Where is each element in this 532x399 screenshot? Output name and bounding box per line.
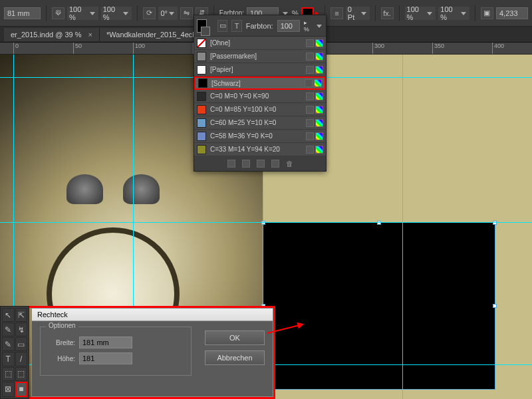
tool-button[interactable]: ⇱ <box>15 308 28 322</box>
ok-button[interactable]: OK <box>205 331 265 345</box>
swatch-meta-icon <box>306 39 314 47</box>
chevron-down-icon <box>168 9 176 17</box>
width-label: Breite: <box>47 339 75 346</box>
new-folder-icon[interactable] <box>271 160 279 168</box>
coord-input[interactable] <box>496 7 528 19</box>
swatch-chip <box>197 52 206 61</box>
trash-icon[interactable]: 🗑 <box>286 160 293 168</box>
swatch-row[interactable]: [Passermarken] <box>194 50 326 63</box>
swatch-label: C=0 M=0 Y=0 K=90 <box>210 92 302 100</box>
stroke-dropdown[interactable]: 0 Pt <box>346 7 370 20</box>
swatch-meta-icon <box>315 119 323 127</box>
swatch-row[interactable]: C=0 M=0 Y=0 K=90 <box>194 90 326 103</box>
swatch-row[interactable]: C=33 M=14 Y=94 K=20 <box>194 143 326 156</box>
swatch-row[interactable]: [Ohne] <box>194 37 326 50</box>
swatch-meta-icon <box>306 92 314 100</box>
swatch-meta-icon <box>306 66 314 74</box>
swatch-type2-icon[interactable] <box>257 160 265 168</box>
stroke-weight-icon: ≡ <box>331 7 343 19</box>
swatch-meta-icon <box>306 53 314 61</box>
swatch-label: C=58 M=36 Y=0 K=0 <box>210 132 302 140</box>
rotate-icon[interactable]: ⟳ <box>143 7 156 19</box>
pct4-dropdown[interactable]: 100 % <box>438 7 469 20</box>
size-input[interactable] <box>4 7 41 19</box>
swatch-meta-icon <box>306 119 314 127</box>
swatches-header: ▭ T Farbton: ▸ % <box>194 15 326 37</box>
tool-button[interactable]: ✎ <box>2 323 15 336</box>
pct3-dropdown[interactable]: 100 % <box>405 7 436 20</box>
height-input[interactable] <box>79 352 132 364</box>
swatch-chip <box>197 132 206 141</box>
chevron-down-icon <box>360 9 368 17</box>
link-icon[interactable]: ⟱ <box>52 7 65 19</box>
swatch-meta-icon <box>315 106 323 114</box>
swatch-row[interactable]: C=0 M=85 Y=100 K=0 <box>194 103 326 116</box>
swatch-chip <box>197 39 206 48</box>
swatch-row[interactable]: C=58 M=36 Y=0 K=0 <box>194 130 326 143</box>
crop-icon[interactable]: ▣ <box>481 7 493 19</box>
swatch-label: [Passermarken] <box>210 53 302 60</box>
swatch-label: C=33 M=14 Y=94 K=20 <box>210 146 302 153</box>
tool-button[interactable]: T <box>2 352 15 366</box>
fx-icon[interactable]: fx. <box>381 7 394 19</box>
swatch-meta-icon <box>306 146 314 154</box>
highlight-frame: Rechteck Optionen Breite: Höhe: OK Abbre… <box>0 306 275 399</box>
tool-palette: ↖⇱✎↯✎▭T/⬚⬚⊠■ <box>0 306 29 399</box>
swatch-meta-icon <box>306 106 314 114</box>
rotate-dropdown[interactable]: 0° <box>158 7 178 20</box>
scale-y-dropdown[interactable]: 100 % <box>101 7 132 20</box>
text-fill-icon[interactable]: T <box>231 20 241 32</box>
width-input[interactable] <box>79 336 132 348</box>
swatch-meta-icon <box>315 39 323 47</box>
cancel-button[interactable]: Abbrechen <box>205 350 265 365</box>
swatch-meta-icon <box>305 79 313 87</box>
tool-button[interactable]: ⊠ <box>2 382 15 397</box>
swatch-meta-icon <box>315 53 323 61</box>
options-group: Optionen Breite: Höhe: <box>40 327 192 376</box>
swatch-row[interactable]: C=60 M=25 Y=10 K=0 <box>194 116 326 130</box>
active-fill-icon[interactable] <box>197 19 207 33</box>
swatch-label: C=60 M=25 Y=10 K=0 <box>210 119 302 126</box>
swatch-row[interactable]: [Schwarz] <box>194 76 326 90</box>
tool-button[interactable]: ↯ <box>15 323 28 336</box>
swatches-panel: ▭ T Farbton: ▸ % [Ohne][Passermarken][Pa… <box>194 15 327 172</box>
chevron-down-icon <box>426 9 434 17</box>
swatch-chip <box>198 78 207 88</box>
tool-button[interactable]: / <box>15 352 28 366</box>
chevron-down-icon <box>315 22 323 30</box>
panel-tint-input[interactable] <box>277 20 300 32</box>
scale-x-dropdown[interactable]: 100 % <box>67 7 98 20</box>
swatch-meta-icon <box>315 92 323 100</box>
tab-doc1[interactable]: er_2015.indd @ 39 % <box>4 28 100 41</box>
chevron-down-icon <box>122 9 130 17</box>
flip-h-icon[interactable]: ⇋ <box>180 7 193 19</box>
swatch-row[interactable]: [Papier] <box>194 63 326 76</box>
chevron-down-icon <box>460 9 467 17</box>
swatch-label: C=0 M=85 Y=100 K=0 <box>210 106 302 113</box>
chevron-down-icon <box>88 9 96 17</box>
swatch-chip <box>197 105 206 114</box>
tool-button[interactable]: ▭ <box>15 337 28 351</box>
tool-button[interactable]: ⬚ <box>2 367 15 381</box>
swatch-type-icon[interactable] <box>242 160 250 168</box>
swatch-meta-icon <box>315 66 323 74</box>
rectangle-tool[interactable]: ■ <box>15 382 28 397</box>
swatch-meta-icon <box>315 132 323 140</box>
swatch-meta-icon <box>315 146 323 154</box>
dialog-title: Rechteck <box>32 309 273 321</box>
tool-button[interactable]: ↖ <box>2 308 15 322</box>
container-fill-icon[interactable]: ▭ <box>217 20 227 32</box>
swatches-footer: 🗑 <box>194 156 326 171</box>
tool-button[interactable]: ⬚ <box>15 367 28 381</box>
swatch-label: [Ohne] <box>210 39 302 47</box>
swatch-label: [Schwarz] <box>211 80 301 87</box>
swatch-label: [Papier] <box>210 66 302 73</box>
swatch-chip <box>197 92 206 101</box>
swatch-chip <box>197 145 206 154</box>
tool-button[interactable]: ✎ <box>2 337 15 351</box>
rectangle-dialog: Rechteck Optionen Breite: Höhe: OK Abbre… <box>31 308 273 397</box>
new-swatch-icon[interactable] <box>227 160 235 168</box>
swatch-meta-icon <box>306 132 314 140</box>
swatch-meta-icon <box>314 79 322 87</box>
height-label: Höhe: <box>47 355 75 362</box>
